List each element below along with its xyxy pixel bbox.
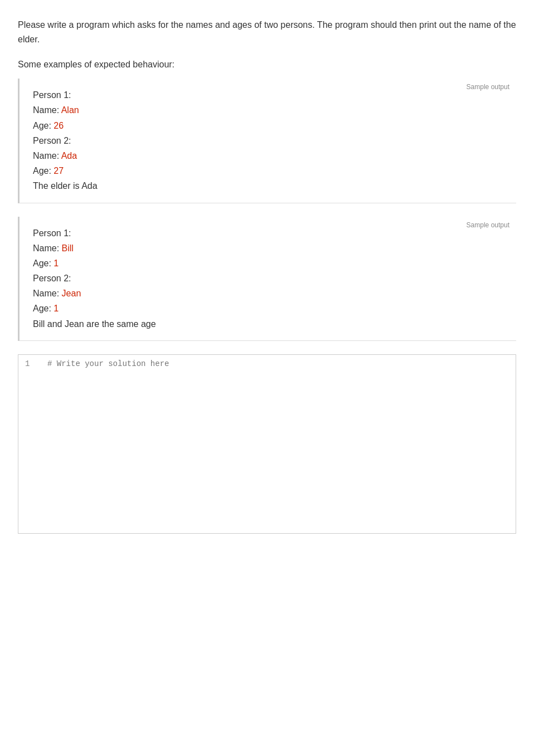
sample2-line-2: Name: Bill — [33, 241, 503, 256]
sample1-line-3: Age: 26 — [33, 118, 503, 133]
code-editor[interactable]: 1 — [18, 354, 516, 534]
description-text: Please write a program which asks for th… — [18, 18, 516, 46]
line-number: 1 — [25, 359, 38, 368]
sample-output-label-2: Sample output — [467, 221, 509, 229]
sample-box-1: Sample output Person 1: Name: Alan Age: … — [18, 79, 516, 203]
sample2-line-1: Person 1: — [33, 226, 503, 241]
sample1-line-4: Person 2: — [33, 133, 503, 148]
sample2-line-7: Bill and Jean are the same age — [33, 316, 503, 331]
sample2-line-5: Name: Jean — [33, 286, 503, 301]
sample1-line-2: Name: Alan — [33, 103, 503, 118]
sample-output-label-1: Sample output — [467, 83, 509, 91]
sample-box-2: Sample output Person 1: Name: Bill Age: … — [18, 217, 516, 341]
sample2-line-4: Person 2: — [33, 271, 503, 286]
sample2-line-6: Age: 1 — [33, 301, 503, 316]
sample1-line-5: Name: Ada — [33, 148, 503, 163]
sample1-line-1: Person 1: — [33, 87, 503, 103]
sample1-line-6: Age: 27 — [33, 163, 503, 178]
examples-label: Some examples of expected behaviour: — [18, 60, 516, 70]
sample1-line-7: The elder is Ada — [33, 178, 503, 193]
sample2-line-3: Age: 1 — [33, 256, 503, 271]
editor-line-1: 1 — [18, 355, 516, 533]
code-input[interactable] — [47, 359, 509, 526]
